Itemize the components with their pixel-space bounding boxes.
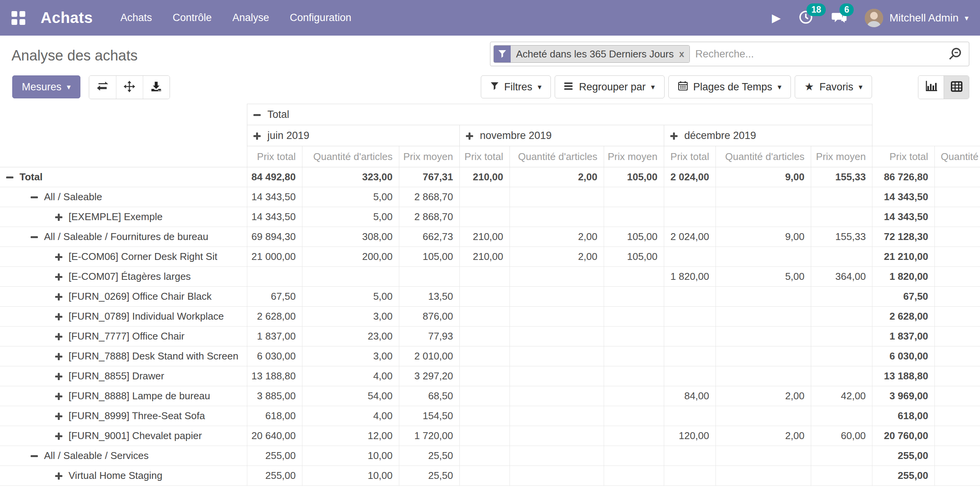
table-row: All / Saleable14 343,505,002 868,7014 34… [0, 187, 980, 207]
measure-header[interactable]: Quantité d'articles [934, 146, 980, 167]
measure-header[interactable]: Prix total [872, 146, 934, 167]
pivot-cell [934, 426, 980, 446]
pivot-cell [715, 366, 811, 386]
expand-icon[interactable] [55, 413, 62, 420]
pivot-cell: 86 726,80 [872, 167, 934, 187]
expand-icon[interactable] [55, 433, 62, 440]
measures-button[interactable]: Mesures▾ [12, 75, 80, 98]
expand-icon[interactable] [55, 333, 62, 340]
pivot-row-header[interactable]: [FURN_8999] Three-Seat Sofa [0, 406, 247, 426]
row-label: [FURN_8999] Three-Seat Sofa [69, 410, 205, 421]
pivot-cell: 4,00 [302, 406, 399, 426]
measure-header[interactable]: Prix moyen [811, 146, 872, 167]
measure-header[interactable]: Prix total [247, 146, 302, 167]
table-row: Virtual Home Staging255,0010,0025,50255,… [0, 466, 980, 486]
menu-analyse[interactable]: Analyse [232, 10, 270, 26]
favorites-button[interactable]: ★ Favoris▾ [795, 75, 872, 98]
expand-icon[interactable] [55, 293, 62, 301]
collapse-icon[interactable] [253, 111, 261, 119]
search-input[interactable] [695, 48, 948, 60]
expand-icon[interactable] [55, 472, 62, 480]
pivot-cell [459, 287, 510, 307]
avatar [865, 9, 883, 27]
collapse-icon[interactable] [31, 234, 38, 241]
graph-view-button[interactable] [918, 76, 944, 99]
groupby-button[interactable]: Regrouper par▾ [555, 75, 664, 98]
col-header-novembre-2019[interactable]: novembre 2019 [459, 125, 664, 146]
user-name: Mitchell Admin [889, 12, 959, 24]
expand-icon[interactable] [55, 373, 62, 380]
row-label: [FURN_7777] Office Chair [69, 330, 185, 342]
measure-header[interactable]: Prix moyen [604, 146, 664, 167]
pivot-cell: 13 188,80 [247, 366, 302, 386]
messages-button[interactable]: 6 [831, 10, 847, 26]
filters-button[interactable]: Filtres▾ [481, 75, 551, 98]
collapse-icon[interactable] [6, 174, 13, 181]
expand-icon[interactable] [55, 273, 62, 281]
menu-controle[interactable]: Contrôle [172, 10, 212, 26]
apps-menu-icon[interactable] [11, 11, 25, 25]
pivot-row-header[interactable]: [FURN_7777] Office Chair [0, 327, 247, 346]
expand-icon[interactable] [253, 132, 261, 140]
download-icon [150, 81, 162, 94]
expand-icon[interactable] [670, 132, 678, 140]
search-icon[interactable] [948, 47, 962, 61]
pivot-cell [934, 267, 980, 287]
pivot-cell: 5,00 [302, 207, 399, 227]
expand-icon[interactable] [55, 353, 62, 360]
app-name[interactable]: Achats [41, 9, 93, 26]
expand-icon[interactable] [55, 393, 62, 400]
measure-header[interactable]: Quantité d'articles [302, 146, 399, 167]
pivot-row-header[interactable]: All / Saleable / Fournitures de bureau [0, 227, 247, 247]
collapse-icon[interactable] [31, 452, 38, 460]
pivot-row-header[interactable]: [FURN_9001] Chevalet papier [0, 426, 247, 446]
pivot-cell: 2 024,00 [664, 167, 715, 187]
pivot-row-header[interactable]: [E-COM06] Corner Desk Right Sit [0, 247, 247, 267]
pivot-cell: 105,00 [399, 247, 459, 267]
menu-achats[interactable]: Achats [119, 10, 153, 26]
pivot-cell [811, 207, 872, 227]
col-header-total[interactable]: Total [247, 104, 872, 125]
expand-icon[interactable] [55, 313, 62, 320]
pivot-cell: 364,00 [811, 267, 872, 287]
download-button[interactable] [143, 76, 170, 99]
pivot-cell [510, 466, 604, 486]
pivot-row-header[interactable]: [FURN_8855] Drawer [0, 366, 247, 386]
play-icon[interactable]: ▶ [772, 12, 781, 24]
expand-icon[interactable] [55, 214, 62, 221]
measure-header[interactable]: Quantité d'articles [510, 146, 604, 167]
activities-button[interactable]: 18 [798, 10, 813, 26]
pivot-row-header[interactable]: [FURN_0269] Office Chair Black [0, 287, 247, 307]
pivot-row-header[interactable]: All / Saleable [0, 187, 247, 207]
col-header-juin-2019[interactable]: juin 2019 [247, 125, 459, 146]
pivot-cell [811, 346, 872, 366]
expand-icon[interactable] [466, 132, 473, 140]
pivot-cell [934, 187, 980, 207]
pivot-row-header[interactable]: Total [0, 167, 247, 187]
pivot-row-header[interactable]: [FURN_0789] Individual Workplace [0, 307, 247, 327]
pivot-cell: 200,00 [302, 247, 399, 267]
page-title: Analyse des achats [11, 47, 138, 64]
user-menu[interactable]: Mitchell Admin ▾ [865, 9, 969, 27]
expand-icon[interactable] [55, 253, 62, 261]
pivot-view-button[interactable] [944, 76, 969, 99]
facet-remove-icon[interactable]: x [679, 49, 684, 59]
pivot-row-header[interactable]: [E-COM07] Étagères larges [0, 267, 247, 287]
pivot-row-header[interactable]: [FURN_7888] Desk Stand with Screen [0, 346, 247, 366]
pivot-cell: 105,00 [604, 227, 664, 247]
collapse-icon[interactable] [31, 194, 38, 201]
measure-header[interactable]: Prix total [459, 146, 510, 167]
pivot-row-header[interactable]: Virtual Home Staging [0, 466, 247, 486]
measure-header[interactable]: Prix total [664, 146, 715, 167]
pivot-row-header[interactable]: [FURN_8888] Lampe de bureau [0, 386, 247, 406]
pivot-row-header[interactable]: [EXEMPLE] Exemple [0, 207, 247, 227]
pivot-row-header[interactable]: All / Saleable / Services [0, 446, 247, 466]
menu-configuration[interactable]: Configuration [289, 10, 352, 26]
search-bar[interactable]: Acheté dans les 365 Derniers Jours x [490, 42, 969, 66]
flip-axis-button[interactable] [89, 76, 116, 99]
measure-header[interactable]: Prix moyen [399, 146, 459, 167]
timeranges-button[interactable]: Plages de Temps▾ [668, 75, 791, 98]
expand-all-button[interactable] [116, 76, 143, 99]
measure-header[interactable]: Quantité d'articles [715, 146, 811, 167]
col-header-decembre-2019[interactable]: décembre 2019 [664, 125, 872, 146]
